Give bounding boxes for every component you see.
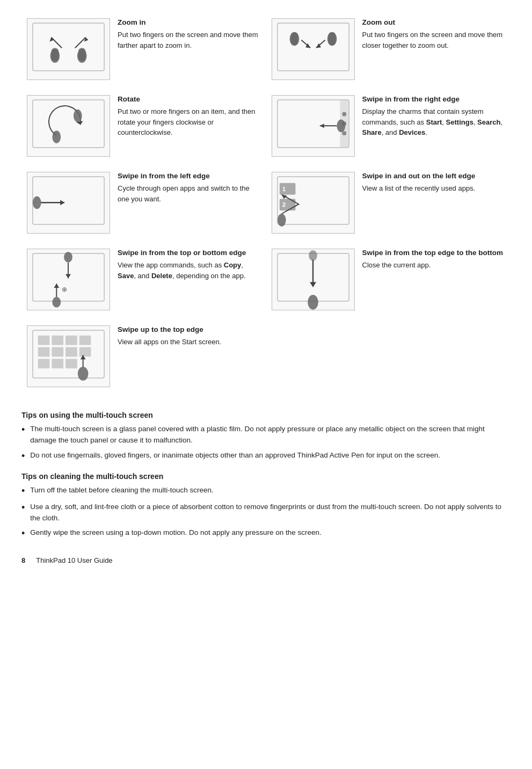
svg-point-53 [308, 295, 318, 310]
gesture-title-swipe-right: Swipe in from the right edge [362, 95, 506, 103]
svg-marker-29 [319, 124, 324, 128]
gesture-desc-swipe-right: Display the charms that contain system c… [362, 106, 506, 138]
gesture-text-zoom-in: Zoom in Put two fingers on the screen an… [118, 18, 261, 50]
gesture-text-zoom-out: Zoom out Put two fingers on the screen a… [362, 18, 506, 50]
gesture-text-rotate: Rotate Put two or more fingers on an ite… [118, 95, 261, 138]
svg-rect-9 [277, 23, 348, 71]
svg-point-33 [33, 196, 41, 209]
svg-rect-4 [78, 48, 86, 61]
svg-rect-0 [33, 23, 104, 71]
using-tips-list: The multi-touch screen is a glass panel … [21, 424, 511, 462]
svg-rect-62 [79, 347, 91, 357]
using-tips-title: Tips on using the multi-touch screen [21, 411, 511, 419]
page-number: 8 [21, 556, 25, 564]
gesture-row-empty [266, 318, 511, 395]
svg-marker-32 [60, 200, 64, 205]
gesture-row-swipe-right: Swipe in from the right edge Display the… [266, 88, 511, 164]
svg-point-42 [64, 252, 72, 263]
svg-rect-57 [65, 336, 77, 345]
gesture-text-swipe-top-to-bottom: Swipe in from the top edge to the bottom… [362, 249, 506, 271]
cleaning-tip-3: Gently wipe the screen using a top-down … [21, 527, 511, 540]
gesture-desc-swipe-left: Cycle through open apps and switch to th… [118, 183, 261, 204]
svg-rect-30 [33, 177, 104, 224]
gesture-title-swipe-left-inout: Swipe in and out on the left edge [362, 172, 506, 180]
gesture-text-swipe-left-inout: Swipe in and out on the left edge View a… [362, 172, 506, 194]
gesture-desc-zoom-in: Put two fingers on the screen and move t… [118, 30, 261, 50]
svg-marker-52 [310, 282, 316, 287]
svg-point-21 [74, 109, 82, 122]
svg-point-68 [78, 367, 89, 381]
gesture-desc-swipe-left-inout: View a list of the recently used apps. [362, 183, 506, 194]
svg-point-26 [342, 131, 346, 135]
svg-text:⊕: ⊕ [62, 286, 67, 293]
using-tip-2: Do not use fingernails, gloved fingers, … [21, 450, 511, 462]
gesture-desc-swipe-top-bottom: View the app commands, such as Copy, Sav… [118, 260, 261, 281]
footer: 8 ThinkPad 10 User Guide [21, 556, 511, 564]
gesture-image-swipe-top-to-bottom [272, 249, 355, 310]
gesture-row-swipe-up: Swipe up to the top edge View all apps o… [21, 318, 266, 395]
gesture-title-zoom-out: Zoom out [362, 18, 506, 26]
svg-point-50 [309, 250, 317, 261]
gesture-row-rotate: Rotate Put two or more fingers on an ite… [21, 88, 266, 164]
svg-rect-18 [33, 100, 104, 148]
svg-rect-2 [51, 48, 59, 61]
svg-rect-58 [79, 336, 91, 345]
gesture-grid: Zoom in Put two fingers on the screen an… [21, 11, 511, 395]
svg-marker-48 [54, 284, 59, 288]
gesture-title-swipe-top-to-bottom: Swipe in from the top edge to the bottom [362, 249, 506, 257]
svg-rect-13 [328, 32, 336, 45]
svg-point-39 [277, 214, 286, 227]
cleaning-tips-list: Turn off the tablet before cleaning the … [21, 485, 511, 540]
gesture-title-swipe-up: Swipe up to the top edge [118, 325, 261, 333]
gesture-title-rotate: Rotate [118, 95, 261, 103]
svg-line-7 [75, 37, 86, 48]
gesture-text-swipe-top-bottom: Swipe in from the top or bottom edge Vie… [118, 249, 261, 281]
svg-rect-64 [52, 359, 63, 368]
svg-rect-59 [38, 347, 50, 357]
svg-rect-63 [38, 359, 50, 368]
svg-text:1: 1 [282, 185, 286, 192]
using-tip-1: The multi-touch screen is a glass panel … [21, 424, 511, 446]
svg-point-24 [342, 112, 346, 116]
gesture-row-swipe-top-bottom: ⊕ Swipe in from the top or bottom edge V… [21, 241, 266, 318]
svg-point-20 [52, 130, 61, 143]
gesture-image-swipe-right [272, 95, 355, 157]
page-label: ThinkPad 10 User Guide [36, 556, 112, 564]
svg-rect-11 [290, 32, 298, 45]
svg-point-27 [337, 119, 345, 132]
svg-rect-65 [65, 359, 77, 368]
cleaning-tips-title: Tips on cleaning the multi-touch screen [21, 472, 511, 481]
gesture-title-swipe-left: Swipe in from the left edge [118, 172, 261, 180]
gesture-image-swipe-top-bottom: ⊕ [27, 249, 110, 310]
svg-marker-6 [49, 37, 54, 41]
gesture-row-zoom-in: Zoom in Put two fingers on the screen an… [21, 11, 266, 88]
gesture-image-zoom-in [27, 18, 110, 80]
svg-rect-60 [52, 347, 63, 357]
svg-text:2: 2 [282, 201, 286, 208]
gesture-title-zoom-in: Zoom in [118, 18, 261, 26]
gesture-desc-rotate: Put two or more fingers on an item, and … [118, 106, 261, 138]
gesture-image-swipe-left [27, 172, 110, 234]
svg-rect-61 [65, 347, 77, 357]
gesture-image-swipe-left-inout: 1 2 [272, 172, 355, 234]
gesture-image-zoom-out [272, 18, 355, 80]
gesture-desc-swipe-up: View all apps on the Start screen. [118, 337, 261, 347]
gesture-desc-zoom-out: Put two fingers on the screen and move t… [362, 30, 506, 50]
gesture-row-swipe-left: Swipe in from the left edge Cycle throug… [21, 164, 266, 241]
gesture-image-swipe-up [27, 325, 110, 387]
gesture-desc-swipe-top-to-bottom: Close the current app. [362, 260, 506, 271]
gesture-text-swipe-right: Swipe in from the right edge Display the… [362, 95, 506, 138]
gesture-text-swipe-left: Swipe in from the left edge Cycle throug… [118, 172, 261, 204]
svg-rect-56 [52, 336, 63, 345]
gesture-row-zoom-out: Zoom out Put two fingers on the screen a… [266, 11, 511, 88]
svg-marker-44 [65, 274, 71, 278]
cleaning-tip-2: Use a dry, soft, and lint-free cloth or … [21, 502, 511, 524]
cleaning-tip-1: Turn off the tablet before cleaning the … [21, 485, 511, 497]
gesture-row-swipe-top-to-bottom: Swipe in from the top edge to the bottom… [266, 241, 511, 318]
gesture-row-swipe-left-inout: 1 2 Swipe in and out on the left edge Vi… [266, 164, 511, 241]
tips-section: Tips on using the multi-touch screen The… [21, 411, 511, 540]
gesture-text-swipe-up: Swipe up to the top edge View all apps o… [118, 325, 261, 347]
gesture-title-swipe-top-bottom: Swipe in from the top or bottom edge [118, 249, 261, 257]
gesture-image-rotate [27, 95, 110, 157]
svg-point-46 [52, 297, 61, 308]
